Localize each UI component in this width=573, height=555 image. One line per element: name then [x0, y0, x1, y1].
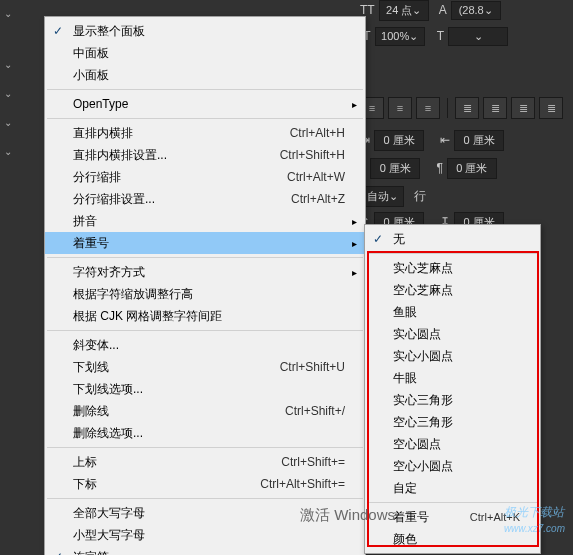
font-size-input[interactable]: 24 点 ⌄ — [379, 0, 429, 21]
menu-strikethrough[interactable]: 删除线Ctrl+Shift+/ — [45, 400, 365, 422]
chevron-down-icon[interactable]: ⌄ — [4, 88, 40, 99]
justify-left-button[interactable]: ≣ — [455, 97, 479, 119]
vertical-scale-input[interactable]: 100% ⌄ — [375, 27, 425, 46]
separator — [47, 257, 363, 258]
horizontal-scale-input[interactable]: ⌄ — [448, 27, 508, 46]
check-icon: ✓ — [53, 24, 63, 38]
auto-leading-input[interactable]: 自动 ⌄ — [360, 186, 404, 207]
indent-right-input[interactable]: 0 厘米 — [454, 130, 504, 151]
submenu-fisheye[interactable]: 鱼眼 — [365, 301, 540, 323]
check-icon: ✓ — [373, 232, 383, 246]
separator — [47, 118, 363, 119]
menu-opentype[interactable]: OpenType▸ — [45, 93, 365, 115]
leading-input[interactable]: (28.8 ⌄ — [451, 1, 501, 20]
menu-emphasis-marks[interactable]: 着重号▸ — [45, 232, 365, 254]
separator — [47, 447, 363, 448]
align-row: ≡ ≡ ≡ ≣ ≣ ≣ ≣ — [360, 96, 567, 120]
separator — [47, 330, 363, 331]
separator — [47, 89, 363, 90]
line-label: 行 — [414, 188, 426, 205]
chevron-down-icon[interactable]: ⌄ — [4, 8, 40, 19]
activate-windows-watermark: 激活 Windows — [300, 506, 395, 525]
menu-tcy[interactable]: 直排内横排Ctrl+Alt+H — [45, 122, 365, 144]
font-size-icon: TT — [360, 3, 375, 17]
submenu-solid-triangle[interactable]: 实心三角形 — [365, 389, 540, 411]
justify-all-button[interactable]: ≣ — [539, 97, 563, 119]
leading-icon: A — [439, 3, 447, 17]
chevron-down-icon[interactable]: ⌄ — [4, 59, 40, 70]
first-line-indent-input[interactable]: 0 厘米 — [370, 158, 420, 179]
indent-right-icon: ⇤ — [440, 133, 450, 147]
chevron-right-icon: ▸ — [352, 99, 357, 110]
scale-row: IT 100% ⌄ T ⌄ — [360, 24, 567, 48]
auto-row: 自动 ⌄ 行 — [360, 184, 567, 208]
indent-row-2: ¶ 0 厘米 ¶ 0 厘米 — [360, 156, 567, 180]
submenu-open-triangle[interactable]: 空心三角形 — [365, 411, 540, 433]
check-icon: ✓ — [53, 550, 63, 555]
left-column: ⌄ ⌄ ⌄ ⌄ ⌄ — [0, 0, 44, 555]
panel-menu: ✓显示整个面板 中面板 小面板 OpenType▸ 直排内横排Ctrl+Alt+… — [44, 16, 366, 555]
menu-ruby[interactable]: 拼音▸ — [45, 210, 365, 232]
site-watermark: 极光下载站 www.xz7.com — [504, 504, 565, 535]
submenu-open-circle[interactable]: 空心圆点 — [365, 433, 540, 455]
menu-underline[interactable]: 下划线Ctrl+Shift+U — [45, 356, 365, 378]
menu-cjk-grid[interactable]: 根据 CJK 网格调整字符间距 — [45, 305, 365, 327]
chevron-right-icon: ▸ — [352, 267, 357, 278]
align-right-button[interactable]: ≡ — [416, 97, 440, 119]
submenu-open-sesame[interactable]: 空心芝麻点 — [365, 279, 540, 301]
menu-medium-panel[interactable]: 中面板 — [45, 42, 365, 64]
menu-warichu[interactable]: 分行缩排Ctrl+Alt+W — [45, 166, 365, 188]
menu-underline-options[interactable]: 下划线选项... — [45, 378, 365, 400]
indent-row-1: ⇥ 0 厘米 ⇤ 0 厘米 — [360, 128, 567, 152]
separator — [447, 98, 448, 118]
menu-tcy-settings[interactable]: 直排内横排设置...Ctrl+Shift+H — [45, 144, 365, 166]
indent-left-input[interactable]: 0 厘米 — [374, 130, 424, 151]
top-strip: TT 24 点 ⌄ A (28.8 ⌄ — [360, 0, 573, 20]
chevron-down-icon[interactable]: ⌄ — [4, 146, 40, 157]
menu-ligatures[interactable]: ✓连字符 — [45, 546, 365, 555]
menu-scale-line-height[interactable]: 根据字符缩放调整行高 — [45, 283, 365, 305]
submenu-custom[interactable]: 自定 — [365, 477, 540, 499]
menu-superscript[interactable]: 上标Ctrl+Shift+= — [45, 451, 365, 473]
submenu-open-small-circle[interactable]: 空心小圆点 — [365, 455, 540, 477]
chevron-down-icon[interactable]: ⌄ — [4, 117, 40, 128]
separator — [47, 498, 363, 499]
submenu-solid-circle[interactable]: 实心圆点 — [365, 323, 540, 345]
justify-center-button[interactable]: ≣ — [483, 97, 507, 119]
separator — [367, 502, 538, 503]
menu-subscript[interactable]: 下标Ctrl+Alt+Shift+= — [45, 473, 365, 495]
last-line-indent-icon: ¶ — [436, 161, 442, 175]
separator — [367, 253, 538, 254]
menu-char-align[interactable]: 字符对齐方式▸ — [45, 261, 365, 283]
align-center-button[interactable]: ≡ — [388, 97, 412, 119]
submenu-solid-small-circle[interactable]: 实心小圆点 — [365, 345, 540, 367]
chevron-right-icon: ▸ — [352, 238, 357, 249]
last-line-indent-input[interactable]: 0 厘米 — [447, 158, 497, 179]
menu-skew[interactable]: 斜变体... — [45, 334, 365, 356]
menu-small-caps[interactable]: 小型大写字母 — [45, 524, 365, 546]
menu-warichu-settings[interactable]: 分行缩排设置...Ctrl+Alt+Z — [45, 188, 365, 210]
justify-right-button[interactable]: ≣ — [511, 97, 535, 119]
submenu-bullseye[interactable]: 牛眼 — [365, 367, 540, 389]
menu-show-full-panel[interactable]: ✓显示整个面板 — [45, 20, 365, 42]
horizontal-scale-icon: T — [437, 29, 444, 43]
chevron-right-icon: ▸ — [352, 216, 357, 227]
submenu-none[interactable]: ✓无 — [365, 228, 540, 250]
menu-strikethrough-options[interactable]: 删除线选项... — [45, 422, 365, 444]
menu-small-panel[interactable]: 小面板 — [45, 64, 365, 86]
submenu-solid-sesame[interactable]: 实心芝麻点 — [365, 257, 540, 279]
